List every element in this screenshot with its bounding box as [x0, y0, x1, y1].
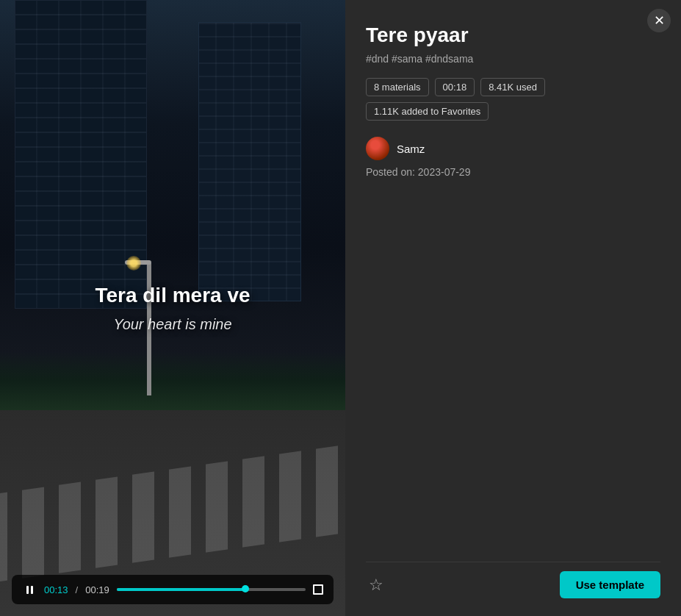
- video-panel: Tera dil mera ve Your heart is mine 00:1…: [0, 0, 345, 616]
- time-total: 00:19: [85, 584, 109, 595]
- time-separator: /: [76, 584, 79, 595]
- crosswalk: [0, 443, 345, 584]
- author-name: Samz: [397, 143, 425, 155]
- author-row: Samz: [366, 137, 660, 160]
- favorite-button[interactable]: ☆: [366, 573, 386, 598]
- building-center: [198, 22, 301, 301]
- badge-duration: 00:18: [435, 78, 475, 96]
- pause-button[interactable]: [22, 582, 37, 597]
- avatar: [366, 137, 389, 160]
- vegetation: [0, 351, 345, 410]
- progress-bar[interactable]: [117, 588, 306, 591]
- badge-favorites: 1.11K added to Favorites: [366, 102, 489, 121]
- close-icon: ✕: [654, 14, 665, 27]
- fullscreen-icon: [313, 584, 323, 595]
- badges-container: 8 materials 00:18 8.41K used 1.11K added…: [366, 78, 660, 121]
- video-text-line2: Your heart is mine: [95, 316, 250, 333]
- info-panel: ✕ Tere pyaar #dnd #sama #dndsama 8 mater…: [345, 0, 681, 616]
- time-current: 00:13: [44, 584, 68, 595]
- badge-used: 8.41K used: [480, 78, 545, 96]
- posted-date: Posted on: 2023-07-29: [366, 166, 660, 178]
- progress-thumb: [242, 585, 249, 592]
- favorite-icon: ☆: [369, 576, 383, 595]
- progress-fill: [117, 588, 245, 591]
- bottom-bar: ☆ Use template: [366, 562, 660, 598]
- template-tags: #dnd #sama #dndsama: [366, 53, 660, 65]
- video-text-line1: Tera dil mera ve: [95, 284, 250, 307]
- close-button[interactable]: ✕: [647, 9, 671, 32]
- template-title: Tere pyaar: [366, 24, 660, 47]
- fullscreen-button[interactable]: [313, 584, 323, 595]
- video-background: Tera dil mera ve Your heart is mine: [0, 0, 345, 616]
- badge-materials: 8 materials: [366, 78, 429, 96]
- use-template-button[interactable]: Use template: [560, 571, 660, 598]
- video-overlay-text: Tera dil mera ve Your heart is mine: [95, 284, 250, 333]
- video-controls: 00:13 / 00:19: [12, 575, 334, 604]
